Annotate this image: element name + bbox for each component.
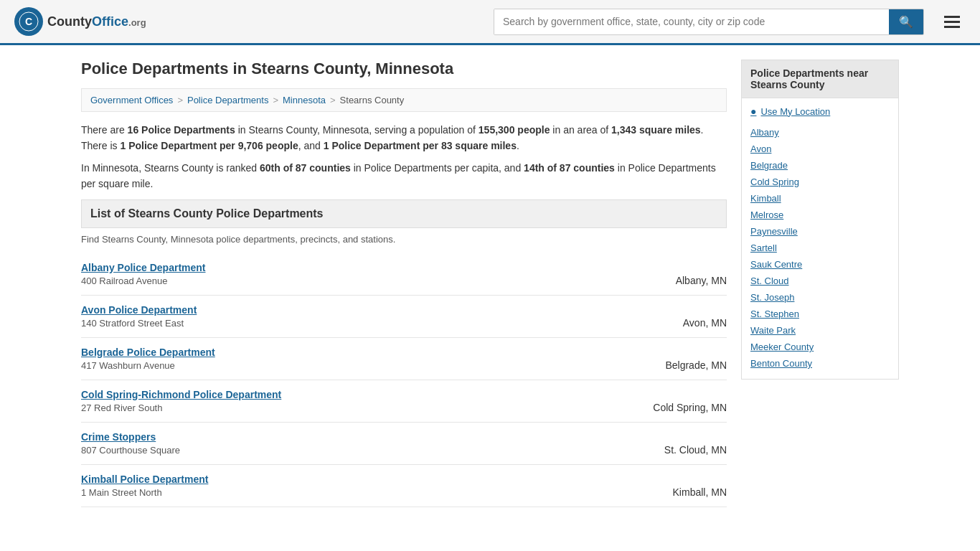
search-button[interactable]: 🔍 (889, 9, 923, 34)
dept-info: Crime Stoppers 807 Courthouse Square (81, 431, 521, 456)
dept-city: Albany, MN (676, 262, 727, 286)
sidebar-city-link[interactable]: Sauk Centre (750, 256, 890, 273)
breadcrumb: Government Offices > Police Departments … (81, 88, 727, 112)
desc1-bold1: 16 Police Departments (128, 124, 235, 136)
svg-text:C: C (25, 16, 32, 27)
sidebar-city-link[interactable]: Melrose (750, 207, 890, 223)
desc1-fin: . (517, 140, 519, 151)
sidebar-city-link[interactable]: St. Joseph (750, 289, 890, 306)
sidebar-city-link[interactable]: Cold Spring (750, 174, 890, 190)
desc1-mid: in Stearns County, Minnesota, serving a … (235, 124, 479, 136)
menu-button[interactable] (938, 13, 966, 31)
logo-text: CountyOffice.org (47, 14, 146, 29)
department-list: Albany Police Department 400 Railroad Av… (81, 253, 727, 507)
dept-name-link[interactable]: Avon Police Department (81, 304, 540, 316)
desc1-bold5: 1 Police Department per 83 square miles (324, 140, 517, 151)
dept-address: 417 Washburn Avenue (81, 360, 175, 371)
dept-name-link[interactable]: Belgrade Police Department (81, 347, 522, 358)
pin-icon: ● (750, 105, 756, 117)
table-row: Crime Stoppers 807 Courthouse Square St.… (81, 423, 727, 465)
breadcrumb-link-2[interactable]: Minnesota (283, 95, 326, 105)
breadcrumb-sep-0: > (177, 95, 183, 105)
table-row: Kimball Police Department 1 Main Street … (81, 465, 727, 507)
dept-name-link[interactable]: Albany Police Department (81, 262, 532, 273)
sidebar-title: Police Departments near Stearns County (742, 60, 898, 98)
table-row: Cold Spring-Richmond Police Department 2… (81, 380, 727, 423)
search-icon: 🔍 (899, 16, 913, 28)
dept-address: 27 Red River South (81, 402, 162, 413)
dept-info: Kimball Police Department 1 Main Street … (81, 474, 529, 498)
sidebar-city-link[interactable]: Waite Park (750, 322, 890, 339)
desc2-pre: In Minnesota, Stearns County is ranked (81, 162, 260, 174)
dept-info: Cold Spring-Richmond Police Department 2… (81, 389, 509, 413)
sidebar-city-link[interactable]: Sartell (750, 240, 890, 256)
menu-icon-line1 (944, 16, 960, 18)
table-row: Avon Police Department 140 Stratford Str… (81, 296, 727, 338)
list-subtitle: Find Stearns County, Minnesota police de… (81, 234, 727, 245)
sidebar-cities: AlbanyAvonBelgradeCold SpringKimballMelr… (750, 124, 890, 339)
desc1-pre: There are (81, 124, 128, 136)
dept-name-link[interactable]: Crime Stoppers (81, 431, 521, 443)
menu-icon-line3 (944, 26, 960, 28)
breadcrumb-current: Stearns County (340, 95, 405, 105)
sidebar-city-link[interactable]: Avon (750, 141, 890, 157)
list-header: List of Stearns County Police Department… (81, 199, 727, 228)
table-row: Albany Police Department 400 Railroad Av… (81, 253, 727, 296)
dept-address: 807 Courthouse Square (81, 445, 180, 456)
dept-address: 140 Stratford Street East (81, 318, 184, 329)
use-location-button[interactable]: ● Use My Location (750, 105, 890, 117)
breadcrumb-link-0[interactable]: Government Offices (90, 95, 173, 105)
dept-info: Albany Police Department 400 Railroad Av… (81, 262, 532, 286)
dept-address: 400 Railroad Avenue (81, 276, 167, 286)
page-title: Police Departments in Stearns County, Mi… (81, 60, 727, 78)
logo-icon: C (14, 7, 43, 36)
dept-name-link[interactable]: Cold Spring-Richmond Police Department (81, 389, 509, 400)
dept-city: Kimball, MN (673, 474, 727, 498)
breadcrumb-sep-2: > (330, 95, 336, 105)
desc1-post: in an area of (550, 124, 611, 136)
dept-address: 1 Main Street North (81, 487, 162, 498)
description: There are 16 Police Departments in Stear… (81, 122, 727, 192)
desc2-bold2: 14th of 87 counties (524, 162, 615, 174)
dept-info: Avon Police Department 140 Stratford Str… (81, 304, 540, 329)
breadcrumb-sep-1: > (273, 95, 278, 105)
use-location-label: Use My Location (760, 106, 830, 117)
sidebar-city-link[interactable]: Belgrade (750, 157, 890, 174)
dept-city: Belgrade, MN (665, 347, 727, 371)
search-input[interactable] (494, 9, 889, 34)
desc1-bold3: 1,343 square miles (611, 124, 701, 136)
desc2-mid: in Police Departments per capita, and (351, 162, 524, 174)
dept-info: Belgrade Police Department 417 Washburn … (81, 347, 522, 371)
search-bar: 🔍 (494, 9, 924, 35)
desc1-mid2: , and (298, 140, 324, 151)
sidebar-county-link[interactable]: Benton County (750, 355, 890, 372)
menu-icon-line2 (944, 21, 960, 23)
sidebar-city-link[interactable]: St. Cloud (750, 273, 890, 289)
dept-city: Cold Spring, MN (653, 389, 727, 413)
desc1-bold2: 155,300 people (479, 124, 550, 136)
sidebar-city-link[interactable]: Kimball (750, 190, 890, 207)
sidebar-city-link[interactable]: St. Stephen (750, 306, 890, 322)
dept-city: St. Cloud, MN (664, 431, 727, 456)
sidebar-county-link[interactable]: Meeker County (750, 339, 890, 355)
desc1-bold4: 1 Police Department per 9,706 people (120, 140, 298, 151)
sidebar-counties: Meeker CountyBenton County (750, 339, 890, 372)
dept-city: Avon, MN (683, 304, 727, 329)
sidebar-city-link[interactable]: Paynesville (750, 223, 890, 240)
sidebar: Police Departments near Stearns County ●… (741, 60, 899, 507)
breadcrumb-link-1[interactable]: Police Departments (187, 95, 268, 105)
dept-name-link[interactable]: Kimball Police Department (81, 474, 529, 485)
logo[interactable]: C CountyOffice.org (14, 7, 146, 36)
table-row: Belgrade Police Department 417 Washburn … (81, 338, 727, 380)
desc2-bold1: 60th of 87 counties (260, 162, 351, 174)
sidebar-city-link[interactable]: Albany (750, 124, 890, 141)
